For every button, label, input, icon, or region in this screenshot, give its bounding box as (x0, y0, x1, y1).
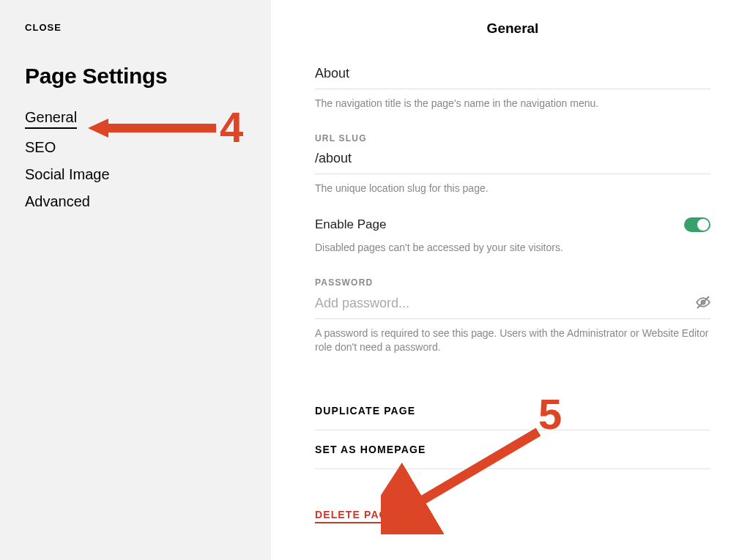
enable-page-label: Enable Page (315, 217, 386, 232)
eye-off-icon[interactable] (696, 295, 710, 313)
sidebar-item-advanced[interactable]: Advanced (25, 193, 90, 210)
nav-title-input[interactable]: About (315, 66, 710, 89)
password-hint: A password is required to see this page.… (315, 326, 710, 355)
set-homepage-button[interactable]: SET AS HOMEPAGE (315, 430, 710, 469)
annotation-number-5: 5 (538, 389, 562, 438)
url-slug-label: URL SLUG (315, 133, 710, 143)
sidebar: CLOSE Page Settings General SEO Social I… (0, 0, 271, 560)
nav-title-field: About The navigation title is the page's… (315, 66, 710, 111)
password-field: PASSWORD A password is required to see t… (315, 277, 710, 355)
sidebar-item-social-image[interactable]: Social Image (25, 166, 110, 183)
annotation-number-4: 4 (220, 102, 243, 152)
enable-page-hint: Disabled pages can't be accessed by your… (315, 241, 710, 255)
enable-page-toggle[interactable] (684, 217, 710, 232)
url-slug-field: URL SLUG /about The unique location slug… (315, 133, 710, 196)
sidebar-item-seo[interactable]: SEO (25, 139, 56, 156)
page-settings-title: Page Settings (25, 64, 246, 89)
duplicate-page-button[interactable]: DUPLICATE PAGE (315, 392, 710, 430)
nav-title-hint: The navigation title is the page's name … (315, 97, 710, 111)
password-label: PASSWORD (315, 277, 710, 288)
url-slug-hint: The unique location slug for this page. (315, 182, 710, 196)
close-button[interactable]: CLOSE (25, 22, 246, 33)
sidebar-item-general[interactable]: General (25, 109, 77, 129)
enable-page-field: Enable Page Disabled pages can't be acce… (315, 217, 710, 255)
panel-title: General (315, 20, 710, 37)
main-panel: General About The navigation title is th… (271, 0, 750, 560)
delete-page-button[interactable]: DELETE PAGE (315, 496, 396, 523)
password-input[interactable] (315, 296, 696, 311)
page-actions: DUPLICATE PAGE SET AS HOMEPAGE DELETE PA… (315, 392, 710, 537)
url-slug-input[interactable]: /about (315, 151, 710, 174)
